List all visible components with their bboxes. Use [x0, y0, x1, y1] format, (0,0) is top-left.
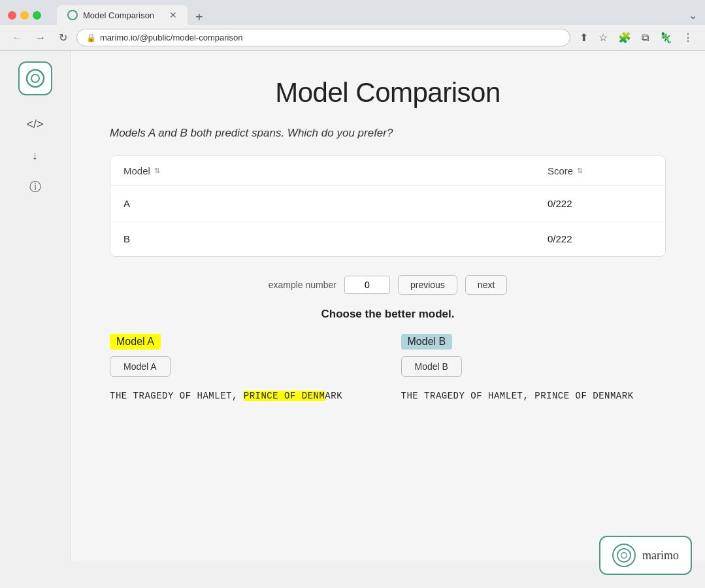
page-title: Model Comparison — [110, 77, 666, 108]
model-a-text: THE TRAGEDY OF HAMLET, PRINCE OF DENMARK — [110, 389, 375, 403]
browser-chrome: Model Comparison ✕ + ⌄ ← → ↻ 🔒 marimo.io… — [0, 0, 705, 51]
next-button[interactable]: next — [465, 275, 507, 295]
example-number-label: example number — [269, 280, 336, 290]
cell-score-b: 0/222 — [534, 221, 665, 256]
comparison-table: Model ⇅ Score ⇅ A 0/222 B 0/222 — [110, 155, 666, 257]
address-bar[interactable]: 🔒 marimo.io/@public/model-comparison — [76, 29, 570, 46]
model-a-label: Model A — [110, 334, 161, 350]
tab-menu-button[interactable]: ⌄ — [689, 9, 697, 22]
svg-point-3 — [621, 553, 627, 559]
reload-button[interactable]: ↻ — [55, 29, 71, 46]
new-tab-button[interactable]: + — [190, 10, 208, 25]
main-layout: </> ↓ ⓘ Model Comparison Models A and B … — [0, 51, 705, 561]
back-button[interactable]: ← — [8, 29, 26, 46]
split-button[interactable]: ⧉ — [638, 29, 653, 46]
extensions-button[interactable]: 🧩 — [614, 29, 635, 46]
tab-close-button[interactable]: ✕ — [169, 10, 177, 20]
model-a-text-after: ARK — [325, 391, 342, 401]
download-icon: ↓ — [32, 149, 38, 163]
sidebar: </> ↓ ⓘ — [0, 51, 71, 561]
profile-button[interactable]: 🦎 — [655, 29, 676, 46]
content-area: Model Comparison Models A and B both pre… — [71, 51, 705, 561]
minimize-button[interactable] — [20, 11, 29, 20]
sidebar-item-code[interactable]: </> — [18, 111, 52, 137]
cell-score-a: 0/222 — [534, 186, 665, 221]
nav-actions: ⬆ ☆ 🧩 ⧉ 🦎 ⋮ — [576, 29, 697, 46]
nav-bar: ← → ↻ 🔒 marimo.io/@public/model-comparis… — [0, 25, 705, 51]
bookmark-button[interactable]: ☆ — [595, 29, 612, 46]
score-header-label: Score — [548, 165, 573, 176]
marimo-brand-text: marimo — [642, 549, 679, 563]
model-header-label: Model — [123, 165, 150, 176]
table-row: A 0/222 — [110, 186, 665, 221]
example-number-input[interactable] — [344, 276, 390, 294]
share-button[interactable]: ⬆ — [576, 29, 592, 46]
model-a-vote-button[interactable]: Model A — [110, 356, 171, 377]
menu-button[interactable]: ⋮ — [679, 29, 697, 46]
tabs-bar: Model Comparison ✕ + — [57, 5, 208, 25]
model-sort-icon: ⇅ — [154, 167, 160, 175]
sidebar-item-download[interactable]: ↓ — [18, 142, 52, 169]
active-tab[interactable]: Model Comparison ✕ — [57, 5, 188, 25]
info-icon: ⓘ — [29, 179, 41, 195]
choose-label: Choose the better model. — [110, 308, 666, 321]
cell-model-b: B — [110, 221, 534, 256]
svg-point-1 — [31, 74, 39, 82]
window-controls — [8, 11, 41, 20]
previous-button[interactable]: previous — [398, 275, 457, 295]
cell-model-a: A — [110, 186, 534, 221]
forward-button[interactable]: → — [31, 29, 50, 46]
svg-point-2 — [617, 549, 631, 562]
sidebar-logo — [18, 61, 52, 95]
svg-point-0 — [27, 70, 44, 87]
lock-icon: 🔒 — [86, 33, 96, 42]
title-bar: Model Comparison ✕ + ⌄ — [0, 0, 705, 25]
models-grid: Model A Model A THE TRAGEDY OF HAMLET, P… — [110, 334, 666, 403]
score-sort-icon: ⇅ — [577, 167, 583, 175]
model-b-text: THE TRAGEDY OF HAMLET, PRINCE OF DENMARK — [401, 389, 666, 403]
model-b-label: Model B — [401, 334, 453, 350]
tab-favicon — [67, 10, 78, 20]
model-b-vote-button[interactable]: Model B — [401, 356, 462, 377]
subtitle: Models A and B both predict spans. Which… — [110, 127, 666, 140]
sidebar-item-info[interactable]: ⓘ — [18, 174, 52, 200]
marimo-logo — [612, 544, 636, 567]
table-header: Model ⇅ Score ⇅ — [110, 156, 665, 186]
table-row: B 0/222 — [110, 221, 665, 256]
model-b-column: Model B Model B THE TRAGEDY OF HAMLET, P… — [401, 334, 666, 403]
url-text: marimo.io/@public/model-comparison — [100, 33, 242, 42]
model-column-header[interactable]: Model ⇅ — [110, 156, 534, 186]
marimo-watermark: marimo — [599, 536, 692, 575]
controls-row: example number previous next — [110, 275, 666, 295]
tab-title: Model Comparison — [83, 10, 154, 20]
maximize-button[interactable] — [33, 11, 41, 20]
model-b-text-content: THE TRAGEDY OF HAMLET, PRINCE OF DENMARK — [401, 391, 634, 401]
model-a-highlight-span: PRINCE OF DENM — [244, 391, 325, 401]
code-icon: </> — [26, 118, 43, 131]
close-button[interactable] — [8, 11, 16, 20]
score-column-header[interactable]: Score ⇅ — [534, 156, 665, 186]
model-a-column: Model A Model A THE TRAGEDY OF HAMLET, P… — [110, 334, 375, 403]
model-a-text-before: THE TRAGEDY OF HAMLET, — [110, 391, 244, 401]
